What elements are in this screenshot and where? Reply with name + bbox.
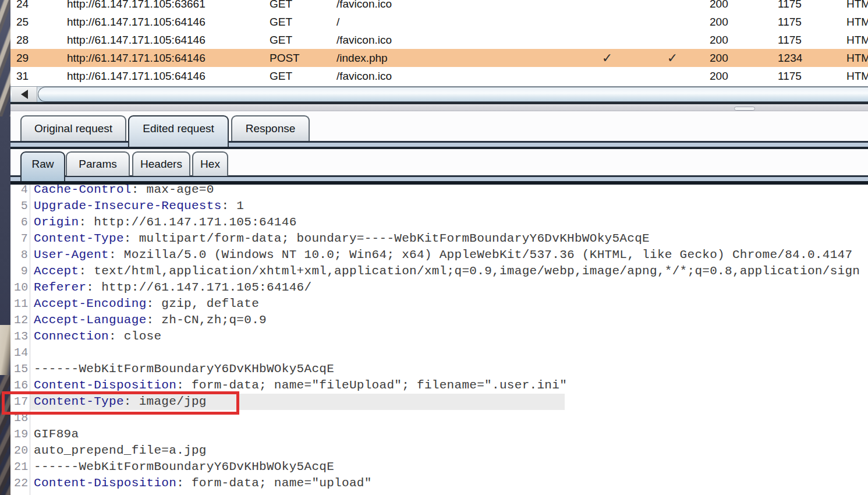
header-name: Accept-Language	[34, 313, 147, 327]
line-number: 20	[14, 443, 28, 459]
code-line[interactable]: 14	[0, 345, 868, 361]
header-name: Origin	[34, 215, 79, 229]
wallpaper-texture	[0, 0, 10, 116]
tab-label: Original request	[34, 122, 112, 135]
tab-label: Raw	[31, 158, 54, 171]
code-text: Accept-Encoding: gzip, deflate	[34, 296, 259, 312]
code-line[interactable]: 9Accept: text/html,application/xhtml+xml…	[0, 263, 868, 280]
header-value: : http://61.147.171.105:64146	[79, 215, 296, 229]
line-number: 7	[14, 231, 28, 247]
header-name: Accept	[34, 264, 79, 278]
header-value: : gzip, deflate	[147, 297, 260, 310]
code-line[interactable]: 12Accept-Language: zh-CN,zh;q=0.9	[0, 312, 868, 328]
code-line[interactable]: 6Origin: http://61.147.171.105:64146	[0, 214, 868, 231]
panel-edge	[10, 177, 868, 181]
header-name: Content-Disposition	[34, 379, 176, 392]
code-line[interactable]: 8User-Agent: Mozilla/5.0 (Windows NT 10.…	[0, 247, 868, 263]
code-text: User-Agent: Mozilla/5.0 (Windows NT 10.0…	[34, 247, 852, 263]
code-text: Upgrade-Insecure-Requests: 1	[34, 198, 244, 214]
code-line[interactable]: 15------WebKitFormBoundaryY6DvKHbWOky5Ac…	[0, 361, 868, 377]
code-line[interactable]: 7Content-Type: multipart/form-data; boun…	[0, 231, 868, 247]
line-number: 13	[14, 328, 28, 345]
code-text: ------WebKitFormBoundaryY6DvKHbWOky5AcqE	[34, 459, 334, 475]
header-value: : form-data; name="fileUpload"; filename…	[176, 379, 567, 392]
line-number: 21	[14, 459, 28, 475]
header-name: User-Agent	[34, 248, 109, 261]
header-name: Referer	[34, 281, 86, 294]
burp-proxy-window: 24http://61.147.171.105:63661GET/favicon…	[0, 0, 868, 495]
code-line[interactable]: 19GIF89a	[0, 426, 868, 443]
desktop-wallpaper-strip	[0, 0, 10, 495]
code-line[interactable]: 5Upgrade-Insecure-Requests: 1	[0, 198, 868, 214]
header-name: Connection	[34, 330, 109, 343]
header-name: Content-Disposition	[34, 476, 176, 490]
header-name: Upgrade-Insecure-Requests	[34, 199, 222, 213]
panel-border	[10, 181, 868, 185]
line-number: 12	[14, 312, 28, 328]
line-number: 10	[14, 280, 28, 296]
code-text: Accept-Language: zh-CN,zh;q=0.9	[34, 312, 267, 328]
header-value: : text/html,application/xhtml+xml,applic…	[79, 264, 860, 278]
header-name: Content-Type	[34, 232, 124, 245]
header-value: : zh-CN,zh;q=0.9	[147, 313, 267, 327]
code-text: Referer: http://61.147.171.105:64146/	[34, 280, 311, 296]
code-text: Connection: close	[34, 328, 161, 345]
tab-raw[interactable]: Raw	[20, 151, 65, 181]
line-number: 14	[14, 345, 28, 361]
code-text: Content-Type: multipart/form-data; bound…	[34, 231, 650, 247]
tab-hex[interactable]: Hex	[192, 151, 228, 176]
code-text: GIF89a	[34, 426, 79, 443]
line-number-gutter-separator	[30, 185, 30, 495]
code-text: ------WebKitFormBoundaryY6DvKHbWOky5AcqE	[34, 361, 334, 377]
code-line[interactable]: 13Connection: close	[0, 328, 868, 345]
line-number: 19	[14, 426, 28, 443]
panel-border	[10, 147, 868, 149]
header-value: : close	[109, 330, 161, 343]
header-value: : 1	[222, 199, 245, 213]
header-value: : http://61.147.171.105:64146/	[86, 281, 311, 294]
line-number: 11	[14, 296, 28, 312]
tab-label: Edited request	[143, 122, 214, 135]
tab-label: Response	[246, 122, 296, 135]
line-number: 5	[14, 198, 28, 214]
header-value: : Mozilla/5.0 (Windows NT 10.0; Win64; x…	[109, 248, 852, 261]
code-text: Origin: http://61.147.171.105:64146	[34, 214, 297, 231]
tab-label: Params	[79, 158, 116, 171]
code-line[interactable]: 11Accept-Encoding: gzip, deflate	[0, 296, 868, 312]
line-number: 8	[14, 247, 28, 263]
raw-editor[interactable]: 4Cache-Control: max-age=05Upgrade-Insecu…	[0, 0, 868, 495]
line-number: 22	[14, 475, 28, 492]
tab-params[interactable]: Params	[66, 151, 130, 176]
wallpaper-texture	[0, 325, 10, 375]
tab-label: Hex	[200, 158, 220, 171]
header-value: : form-data; name="upload"	[176, 476, 371, 490]
tab-headers[interactable]: Headers	[132, 151, 190, 176]
header-value: : max-age=0	[132, 183, 214, 196]
tab-response[interactable]: Response	[231, 115, 310, 141]
line-number: 6	[14, 214, 28, 231]
code-line[interactable]: 21------WebKitFormBoundaryY6DvKHbWOky5Ac…	[0, 459, 868, 475]
code-line[interactable]: 20auto_prepend_file=a.jpg	[0, 443, 868, 459]
code-line[interactable]: 22Content-Disposition: form-data; name="…	[0, 475, 868, 492]
red-annotation-box	[2, 391, 239, 415]
code-text: Content-Disposition: form-data; name="up…	[34, 475, 372, 492]
code-text: auto_prepend_file=a.jpg	[34, 443, 207, 459]
code-line[interactable]: 10Referer: http://61.147.171.105:64146/	[0, 280, 868, 296]
line-number: 15	[14, 361, 28, 377]
header-name: Accept-Encoding	[34, 297, 147, 310]
tab-original-request[interactable]: Original request	[20, 115, 126, 141]
code-text: Accept: text/html,application/xhtml+xml,…	[34, 263, 860, 280]
header-value: : multipart/form-data; boundary=----WebK…	[124, 232, 650, 245]
header-name: Cache-Control	[34, 183, 132, 196]
line-number: 9	[14, 263, 28, 280]
tab-label: Headers	[140, 158, 182, 171]
tab-edited-request[interactable]: Edited request	[128, 115, 229, 147]
